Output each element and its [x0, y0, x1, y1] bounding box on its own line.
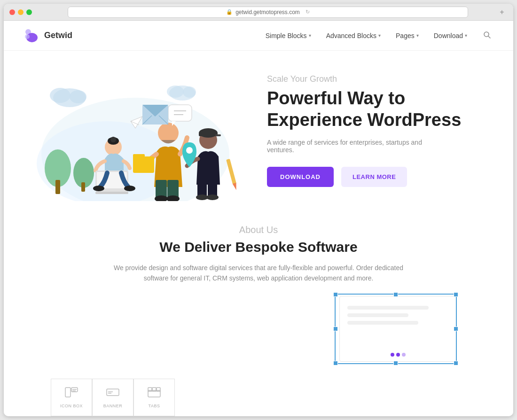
advanced-blocks-chevron: ▾ [378, 33, 381, 38]
maximize-button[interactable] [26, 9, 32, 15]
hero-subtitle: Scale Your Growth [267, 74, 485, 84]
handle-bottom-left[interactable] [333, 361, 338, 366]
banner-label: BANNER [103, 404, 123, 408]
svg-rect-38 [208, 179, 217, 196]
handle-top-left[interactable] [333, 292, 338, 297]
svg-rect-52 [226, 159, 236, 185]
svg-marker-53 [233, 183, 238, 191]
svg-rect-44 [168, 105, 192, 121]
handle-top-right[interactable] [454, 292, 458, 297]
svg-rect-16 [81, 182, 85, 192]
website-content: Getwid Simple Blocks ▾ Advanced Blocks ▾… [4, 21, 513, 416]
url-text: getwid.getmotopress.com [235, 9, 300, 16]
svg-rect-37 [197, 179, 207, 196]
pages-label: Pages [396, 32, 415, 39]
handle-top-middle[interactable] [393, 292, 398, 297]
lock-icon: 🔒 [226, 9, 233, 15]
banner-icon [106, 387, 119, 400]
refresh-icon[interactable]: ↻ [306, 9, 310, 15]
svg-rect-31 [133, 156, 154, 173]
icon-box-block[interactable]: ICON BOX [51, 379, 92, 416]
nav-links: Simple Blocks ▾ Advanced Blocks ▾ Pages … [259, 27, 494, 44]
simple-blocks-label: Simple Blocks [266, 32, 307, 39]
close-button[interactable] [9, 9, 15, 15]
nav-download[interactable]: Download ▾ [427, 28, 474, 43]
svg-point-20 [110, 137, 116, 142]
logo-text: Getwid [44, 31, 72, 40]
svg-rect-23 [95, 192, 128, 194]
navigation: Getwid Simple Blocks ▾ Advanced Blocks ▾… [4, 21, 513, 51]
hero-svg [23, 60, 248, 201]
svg-rect-58 [107, 389, 119, 396]
pages-chevron: ▾ [416, 33, 419, 38]
simple-blocks-chevron: ▾ [309, 33, 311, 38]
svg-point-12 [183, 86, 196, 98]
icon-box-icon [65, 387, 78, 400]
search-icon [483, 31, 491, 39]
nav-advanced-blocks[interactable]: Advanced Blocks ▾ [320, 28, 387, 43]
svg-line-4 [488, 36, 490, 38]
svg-point-11 [167, 86, 184, 98]
about-title: We Deliver Bespoke Software [23, 239, 494, 255]
handle-bottom-middle[interactable] [393, 361, 398, 366]
selection-rectangle [335, 294, 457, 364]
minimize-button[interactable] [18, 9, 24, 15]
tabs-label: TABS [149, 404, 160, 408]
svg-point-41 [186, 147, 193, 154]
add-tab-button[interactable]: + [496, 7, 508, 18]
svg-point-25 [124, 186, 135, 191]
svg-rect-35 [199, 132, 218, 136]
svg-point-8 [50, 88, 70, 103]
icon-box-label: ICON BOX [60, 404, 83, 408]
svg-rect-14 [55, 180, 60, 194]
browser-window: 🔒 getwid.getmotopress.com ↻ + Getwid Sim… [4, 4, 513, 416]
bottom-area: ICON BOX BANNER [4, 291, 513, 416]
nav-pages[interactable]: Pages ▾ [389, 28, 425, 43]
about-subtitle: About Us [23, 225, 494, 235]
preview-area [306, 296, 485, 369]
browser-titlebar: 🔒 getwid.getmotopress.com ↻ + [4, 4, 513, 21]
hero-buttons: DOWNLOAD LEARN MORE [267, 167, 485, 187]
handle-bottom-right[interactable] [454, 361, 458, 366]
handle-middle-left[interactable] [333, 327, 338, 331]
svg-point-2 [25, 34, 30, 39]
about-section: About Us We Deliver Bespoke Software We … [4, 210, 513, 291]
download-button[interactable]: DOWNLOAD [267, 167, 334, 187]
window-controls [9, 9, 32, 15]
download-chevron: ▾ [465, 33, 467, 38]
banner-block[interactable]: BANNER [92, 379, 133, 416]
tabs-block[interactable]: TABS [133, 379, 175, 416]
address-bar[interactable]: 🔒 getwid.getmotopress.com ↻ [68, 7, 468, 18]
advanced-blocks-label: Advanced Blocks [326, 32, 376, 39]
hero-title: Powerful Way to Experience WordPress [267, 88, 485, 131]
learn-more-button[interactable]: LEARN MORE [341, 167, 407, 187]
nav-simple-blocks[interactable]: Simple Blocks ▾ [259, 28, 318, 43]
hero-content: Scale Your Growth Powerful Way to Experi… [248, 74, 485, 187]
download-label: Download [434, 32, 463, 39]
blocks-panel: ICON BOX BANNER [51, 379, 175, 416]
hero-section: Scale Your Growth Powerful Way to Experi… [4, 51, 513, 210]
svg-rect-32 [133, 154, 145, 159]
logo-icon [23, 27, 39, 44]
svg-rect-36 [215, 134, 221, 136]
search-button[interactable] [479, 27, 494, 44]
svg-point-24 [93, 186, 104, 191]
hero-description: A wide range of services for enterprises… [267, 139, 446, 154]
svg-point-9 [70, 90, 86, 103]
svg-rect-63 [152, 388, 156, 391]
handle-middle-right[interactable] [454, 327, 458, 331]
hero-illustration [23, 60, 248, 201]
svg-point-40 [206, 194, 219, 200]
logo-area: Getwid [23, 27, 72, 44]
about-description: We provide design and software digital s… [113, 263, 404, 284]
svg-rect-54 [65, 388, 70, 397]
tabs-icon [148, 387, 161, 400]
